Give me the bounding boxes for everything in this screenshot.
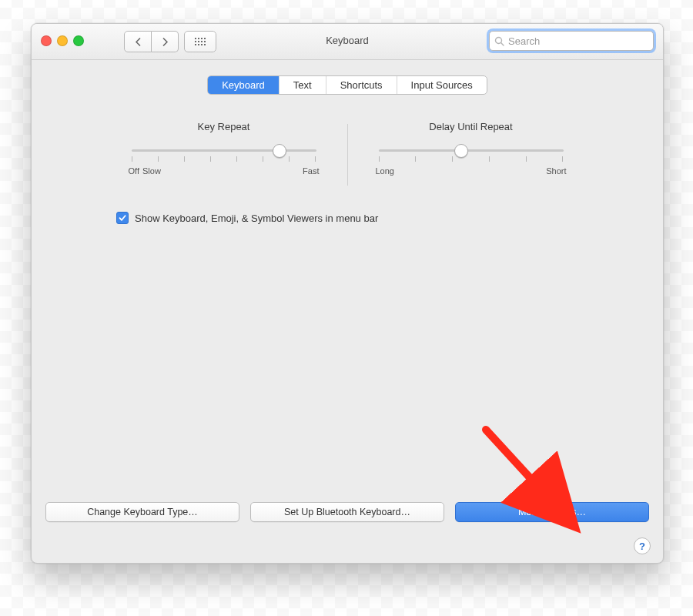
tab-bar: Keyboard Text Shortcuts Input Sources <box>45 75 649 95</box>
delay-until-repeat-block: Delay Until Repeat Long Short <box>371 121 571 186</box>
nav-back-forward <box>124 31 179 52</box>
traffic-lights <box>41 35 84 46</box>
slider-ticks <box>132 156 316 162</box>
svg-line-1 <box>501 42 504 45</box>
show-all-button[interactable] <box>184 31 216 52</box>
preferences-window: Keyboard Search Keyboard Text Shortcuts … <box>31 23 664 564</box>
key-repeat-left-label2: Slow <box>142 166 161 176</box>
modifier-keys-button[interactable]: Modifier Keys… <box>455 502 649 522</box>
key-repeat-right-label: Fast <box>303 166 319 176</box>
vertical-divider <box>347 124 348 186</box>
tab-keyboard[interactable]: Keyboard <box>208 76 280 94</box>
search-placeholder: Search <box>508 35 648 47</box>
search-input[interactable]: Search <box>489 31 654 51</box>
delay-labels: Long Short <box>371 166 571 176</box>
zoom-button[interactable] <box>73 35 84 46</box>
key-repeat-slider[interactable] <box>124 143 324 160</box>
close-button[interactable] <box>41 35 52 46</box>
tab-input-sources[interactable]: Input Sources <box>397 76 487 94</box>
slider-ticks <box>379 156 564 162</box>
delay-slider[interactable] <box>371 143 571 160</box>
show-viewers-checkbox[interactable] <box>116 212 129 224</box>
delay-left-label: Long <box>376 166 394 176</box>
annotation-arrow <box>463 414 632 564</box>
tab-shortcuts[interactable]: Shortcuts <box>326 76 397 94</box>
grid-icon <box>195 38 206 45</box>
delay-right-label: Short <box>546 166 566 176</box>
slider-track-line <box>132 149 316 152</box>
help-button[interactable]: ? <box>634 537 651 554</box>
back-button[interactable] <box>124 31 152 52</box>
slider-track-line <box>379 149 564 152</box>
tab-group: Keyboard Text Shortcuts Input Sources <box>207 75 487 95</box>
chevron-left-icon <box>135 38 142 46</box>
minimize-button[interactable] <box>57 35 68 46</box>
slider-thumb[interactable] <box>273 144 286 158</box>
tab-text[interactable]: Text <box>280 76 326 94</box>
key-repeat-block: Key Repeat Off Slow Fast <box>124 121 324 186</box>
forward-button[interactable] <box>152 31 179 52</box>
key-repeat-labels: Off Slow Fast <box>124 166 324 176</box>
key-repeat-left-label: Off <box>129 166 139 176</box>
bottom-button-row: Change Keyboard Type… Set Up Bluetooth K… <box>45 502 649 522</box>
titlebar: Keyboard Search <box>32 24 663 60</box>
change-keyboard-type-button[interactable]: Change Keyboard Type… <box>45 502 239 522</box>
setup-bluetooth-keyboard-button[interactable]: Set Up Bluetooth Keyboard… <box>250 502 444 522</box>
slider-thumb[interactable] <box>454 144 468 158</box>
chevron-right-icon <box>162 38 169 46</box>
show-viewers-row: Show Keyboard, Emoji, & Symbol Viewers i… <box>116 212 649 224</box>
search-icon <box>494 36 504 46</box>
show-viewers-label: Show Keyboard, Emoji, & Symbol Viewers i… <box>135 213 378 224</box>
delay-title: Delay Until Repeat <box>371 121 571 132</box>
content-area: Keyboard Text Shortcuts Input Sources Ke… <box>32 60 663 564</box>
checkmark-icon <box>119 214 126 222</box>
key-repeat-title: Key Repeat <box>124 121 324 132</box>
sliders-row: Key Repeat Off Slow Fast Del <box>45 121 649 186</box>
